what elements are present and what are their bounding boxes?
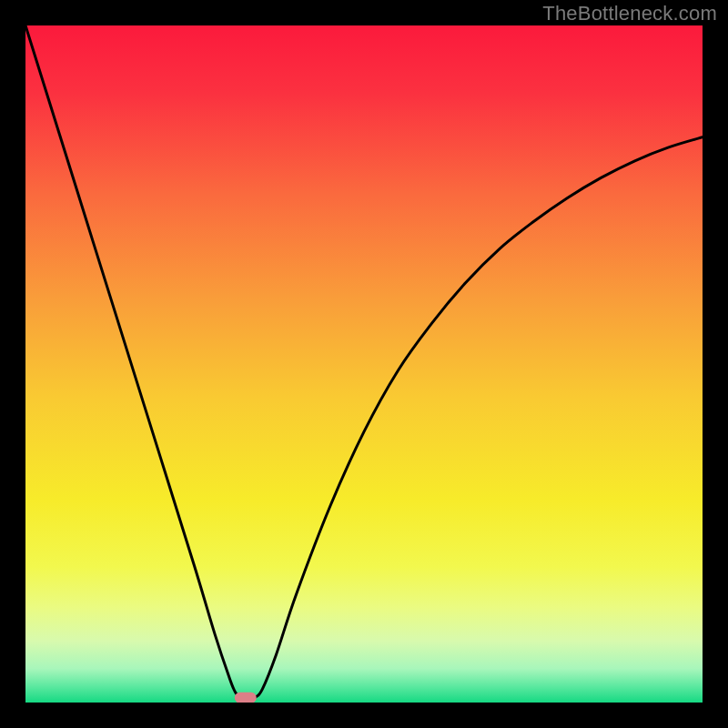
optimal-point-marker — [235, 693, 257, 703]
chart-container: TheBottleneck.com — [0, 0, 728, 728]
watermark-label: TheBottleneck.com — [542, 2, 717, 25]
chart-background — [25, 25, 703, 703]
chart-svg — [0, 0, 728, 728]
